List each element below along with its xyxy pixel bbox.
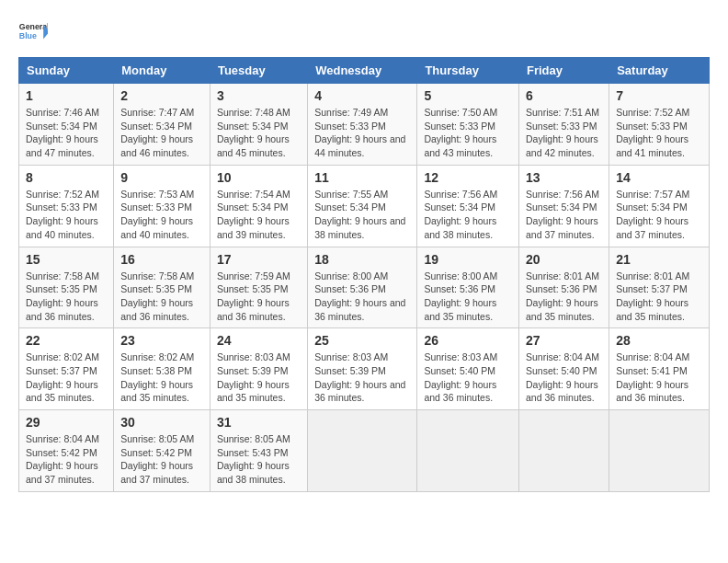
day-info: Sunrise: 8:03 AM Sunset: 5:39 PM Dayligh…	[314, 350, 410, 405]
day-info: Sunrise: 8:01 AM Sunset: 5:36 PM Dayligh…	[526, 270, 602, 324]
day-info: Sunrise: 8:00 AM Sunset: 5:36 PM Dayligh…	[314, 270, 410, 324]
day-number: 26	[424, 333, 512, 348]
day-cell: 31 Sunrise: 8:05 AM Sunset: 5:43 PM Dayl…	[210, 410, 307, 492]
day-cell: 20 Sunrise: 8:01 AM Sunset: 5:36 PM Dayl…	[518, 247, 609, 328]
day-header-saturday: Saturday	[609, 58, 710, 84]
calendar-table: SundayMondayTuesdayWednesdayThursdayFrid…	[18, 57, 710, 492]
week-row-2: 8 Sunrise: 7:52 AM Sunset: 5:33 PM Dayli…	[19, 165, 710, 247]
day-cell: 2 Sunrise: 7:47 AM Sunset: 5:34 PM Dayli…	[114, 84, 210, 166]
day-info: Sunrise: 7:59 AM Sunset: 5:35 PM Dayligh…	[217, 270, 301, 324]
svg-text:Blue: Blue	[19, 31, 37, 40]
day-info: Sunrise: 8:02 AM Sunset: 5:37 PM Dayligh…	[26, 350, 107, 405]
day-number: 3	[217, 88, 301, 103]
day-info: Sunrise: 7:56 AM Sunset: 5:34 PM Dayligh…	[424, 188, 512, 242]
day-info: Sunrise: 7:51 AM Sunset: 5:33 PM Dayligh…	[526, 106, 602, 160]
day-info: Sunrise: 8:04 AM Sunset: 5:41 PM Dayligh…	[616, 350, 702, 405]
day-number: 2	[120, 88, 203, 103]
day-info: Sunrise: 7:48 AM Sunset: 5:34 PM Dayligh…	[217, 106, 301, 160]
day-info: Sunrise: 7:55 AM Sunset: 5:34 PM Dayligh…	[314, 188, 410, 242]
day-cell: 11 Sunrise: 7:55 AM Sunset: 5:34 PM Dayl…	[308, 165, 417, 247]
day-number: 30	[120, 415, 203, 430]
logo: General Blue	[18, 18, 48, 48]
day-cell: 25 Sunrise: 8:03 AM Sunset: 5:39 PM Dayl…	[308, 328, 417, 410]
day-number: 9	[120, 170, 203, 185]
day-cell: 29 Sunrise: 8:04 AM Sunset: 5:42 PM Dayl…	[19, 410, 114, 492]
day-cell: 8 Sunrise: 7:52 AM Sunset: 5:33 PM Dayli…	[19, 165, 114, 247]
day-cell	[417, 410, 519, 492]
page-header: General Blue	[18, 18, 710, 48]
day-number: 19	[424, 252, 512, 267]
day-number: 15	[26, 252, 107, 267]
day-cell: 18 Sunrise: 8:00 AM Sunset: 5:36 PM Dayl…	[308, 247, 417, 328]
day-cell	[308, 410, 417, 492]
day-cell: 27 Sunrise: 8:04 AM Sunset: 5:40 PM Dayl…	[518, 328, 609, 410]
day-header-sunday: Sunday	[19, 58, 114, 84]
day-number: 22	[26, 333, 107, 348]
logo-icon: General Blue	[18, 18, 48, 48]
day-cell: 24 Sunrise: 8:03 AM Sunset: 5:39 PM Dayl…	[210, 328, 307, 410]
day-cell: 6 Sunrise: 7:51 AM Sunset: 5:33 PM Dayli…	[518, 84, 609, 166]
day-cell: 10 Sunrise: 7:54 AM Sunset: 5:34 PM Dayl…	[210, 165, 307, 247]
day-number: 25	[314, 333, 410, 348]
day-header-monday: Monday	[114, 58, 210, 84]
day-info: Sunrise: 8:03 AM Sunset: 5:40 PM Dayligh…	[424, 350, 512, 405]
day-info: Sunrise: 8:01 AM Sunset: 5:37 PM Dayligh…	[616, 270, 702, 324]
day-info: Sunrise: 8:00 AM Sunset: 5:36 PM Dayligh…	[424, 270, 512, 324]
day-info: Sunrise: 8:04 AM Sunset: 5:40 PM Dayligh…	[526, 350, 602, 405]
day-cell: 19 Sunrise: 8:00 AM Sunset: 5:36 PM Dayl…	[417, 247, 519, 328]
header-row: SundayMondayTuesdayWednesdayThursdayFrid…	[19, 58, 710, 84]
day-info: Sunrise: 7:52 AM Sunset: 5:33 PM Dayligh…	[616, 106, 702, 160]
day-number: 6	[526, 88, 602, 103]
day-number: 14	[616, 170, 702, 185]
day-number: 24	[217, 333, 301, 348]
day-info: Sunrise: 8:03 AM Sunset: 5:39 PM Dayligh…	[217, 350, 301, 405]
day-cell: 22 Sunrise: 8:02 AM Sunset: 5:37 PM Dayl…	[19, 328, 114, 410]
day-number: 5	[424, 88, 512, 103]
day-header-friday: Friday	[518, 58, 609, 84]
day-cell: 9 Sunrise: 7:53 AM Sunset: 5:33 PM Dayli…	[114, 165, 210, 247]
day-number: 13	[526, 170, 602, 185]
day-info: Sunrise: 7:53 AM Sunset: 5:33 PM Dayligh…	[120, 188, 203, 242]
day-cell: 7 Sunrise: 7:52 AM Sunset: 5:33 PM Dayli…	[609, 84, 710, 166]
day-number: 7	[616, 88, 702, 103]
day-number: 20	[526, 252, 602, 267]
day-number: 18	[314, 252, 410, 267]
day-cell: 3 Sunrise: 7:48 AM Sunset: 5:34 PM Dayli…	[210, 84, 307, 166]
day-cell: 1 Sunrise: 7:46 AM Sunset: 5:34 PM Dayli…	[19, 84, 114, 166]
day-cell: 28 Sunrise: 8:04 AM Sunset: 5:41 PM Dayl…	[609, 328, 710, 410]
day-header-wednesday: Wednesday	[308, 58, 417, 84]
day-info: Sunrise: 7:58 AM Sunset: 5:35 PM Dayligh…	[26, 270, 107, 324]
day-number: 23	[120, 333, 203, 348]
day-number: 12	[424, 170, 512, 185]
day-info: Sunrise: 7:50 AM Sunset: 5:33 PM Dayligh…	[424, 106, 512, 160]
day-cell: 21 Sunrise: 8:01 AM Sunset: 5:37 PM Dayl…	[609, 247, 710, 328]
day-cell: 30 Sunrise: 8:05 AM Sunset: 5:42 PM Dayl…	[114, 410, 210, 492]
week-row-1: 1 Sunrise: 7:46 AM Sunset: 5:34 PM Dayli…	[19, 84, 710, 166]
day-number: 10	[217, 170, 301, 185]
day-number: 17	[217, 252, 301, 267]
day-number: 27	[526, 333, 602, 348]
day-number: 16	[120, 252, 203, 267]
day-cell: 26 Sunrise: 8:03 AM Sunset: 5:40 PM Dayl…	[417, 328, 519, 410]
day-info: Sunrise: 7:58 AM Sunset: 5:35 PM Dayligh…	[120, 270, 203, 324]
day-info: Sunrise: 7:47 AM Sunset: 5:34 PM Dayligh…	[120, 106, 203, 160]
day-cell: 5 Sunrise: 7:50 AM Sunset: 5:33 PM Dayli…	[417, 84, 519, 166]
week-row-4: 22 Sunrise: 8:02 AM Sunset: 5:37 PM Dayl…	[19, 328, 710, 410]
day-info: Sunrise: 7:46 AM Sunset: 5:34 PM Dayligh…	[26, 106, 107, 160]
day-cell: 14 Sunrise: 7:57 AM Sunset: 5:34 PM Dayl…	[609, 165, 710, 247]
day-cell: 16 Sunrise: 7:58 AM Sunset: 5:35 PM Dayl…	[114, 247, 210, 328]
day-header-tuesday: Tuesday	[210, 58, 307, 84]
day-cell: 17 Sunrise: 7:59 AM Sunset: 5:35 PM Dayl…	[210, 247, 307, 328]
day-cell: 15 Sunrise: 7:58 AM Sunset: 5:35 PM Dayl…	[19, 247, 114, 328]
day-cell: 4 Sunrise: 7:49 AM Sunset: 5:33 PM Dayli…	[308, 84, 417, 166]
day-info: Sunrise: 8:05 AM Sunset: 5:43 PM Dayligh…	[217, 432, 301, 487]
day-info: Sunrise: 8:04 AM Sunset: 5:42 PM Dayligh…	[26, 432, 107, 487]
day-number: 31	[217, 415, 301, 430]
day-info: Sunrise: 7:52 AM Sunset: 5:33 PM Dayligh…	[26, 188, 107, 242]
day-number: 29	[26, 415, 107, 430]
day-number: 11	[314, 170, 410, 185]
day-info: Sunrise: 7:49 AM Sunset: 5:33 PM Dayligh…	[314, 106, 410, 160]
day-cell: 12 Sunrise: 7:56 AM Sunset: 5:34 PM Dayl…	[417, 165, 519, 247]
day-number: 21	[616, 252, 702, 267]
week-row-5: 29 Sunrise: 8:04 AM Sunset: 5:42 PM Dayl…	[19, 410, 710, 492]
